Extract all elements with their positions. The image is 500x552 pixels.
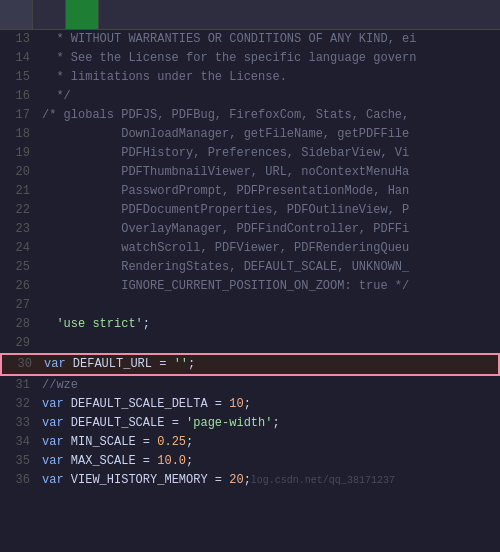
line-number: 35: [0, 452, 38, 471]
line-number: 23: [0, 220, 38, 239]
line-number: 33: [0, 414, 38, 433]
line-number: 14: [0, 49, 38, 68]
code-line-31: 31 //wze: [0, 376, 500, 395]
line-content: var MAX_SCALE = 10.0;: [38, 452, 193, 471]
code-line-16: 16 */: [0, 87, 500, 106]
line-content: PDFHistory, Preferences, SidebarView, Vi: [38, 144, 409, 163]
line-content: var VIEW_HISTORY_MEMORY = 20;log.csdn.ne…: [38, 471, 395, 490]
line-content: var DEFAULT_SCALE_DELTA = 10;: [38, 395, 251, 414]
line-content: PDFThumbnailViewer, URL, noContextMenuHa: [38, 163, 409, 182]
code-line-19: 19 PDFHistory, Preferences, SidebarView,…: [0, 144, 500, 163]
line-content: RenderingStates, DEFAULT_SCALE, UNKNOWN_: [38, 258, 409, 277]
line-number: 16: [0, 87, 38, 106]
line-number: 22: [0, 201, 38, 220]
line-number: 20: [0, 163, 38, 182]
code-line-36: 36 var VIEW_HISTORY_MEMORY = 20;log.csdn…: [0, 471, 500, 490]
line-number: 15: [0, 68, 38, 87]
line-content: 'use strict';: [38, 315, 150, 334]
line-number: 17: [0, 106, 38, 125]
line-number: 31: [0, 376, 38, 395]
code-line-22: 22 PDFDocumentProperties, PDFOutlineView…: [0, 201, 500, 220]
line-content: DownloadManager, getFileName, getPDFFile: [38, 125, 409, 144]
line-number: 13: [0, 30, 38, 49]
line-number: 34: [0, 433, 38, 452]
line-content: var DEFAULT_SCALE = 'page-width';: [38, 414, 280, 433]
line-content: [38, 296, 49, 315]
line-content: watchScroll, PDFViewer, PDFRenderingQueu: [38, 239, 409, 258]
line-number: 18: [0, 125, 38, 144]
line-number: 32: [0, 395, 38, 414]
code-line-25: 25 RenderingStates, DEFAULT_SCALE, UNKNO…: [0, 258, 500, 277]
line-content: OverlayManager, PDFFindController, PDFFi: [38, 220, 409, 239]
code-line-26: 26 IGNORE_CURRENT_POSITION_ON_ZOOM: true…: [0, 277, 500, 296]
line-content: PDFDocumentProperties, PDFOutlineView, P: [38, 201, 409, 220]
line-content: * WITHOUT WARRANTIES OR CONDITIONS OF AN…: [38, 30, 416, 49]
code-line-30: 30 var DEFAULT_URL = '';: [0, 353, 500, 376]
tab-viewerjs[interactable]: [66, 0, 99, 29]
tab-pdfjs[interactable]: [33, 0, 66, 29]
code-line-35: 35 var MAX_SCALE = 10.0;: [0, 452, 500, 471]
code-line-13: 13 * WITHOUT WARRANTIES OR CONDITIONS OF…: [0, 30, 500, 49]
code-line-15: 15 * limitations under the License.: [0, 68, 500, 87]
line-number: 27: [0, 296, 38, 315]
line-content: [38, 334, 49, 353]
line-number: 25: [0, 258, 38, 277]
code-line-34: 34 var MIN_SCALE = 0.25;: [0, 433, 500, 452]
code-line-29: 29: [0, 334, 500, 353]
line-content: var MIN_SCALE = 0.25;: [38, 433, 193, 452]
line-number: 36: [0, 471, 38, 490]
line-number: 30: [2, 355, 40, 374]
code-line-23: 23 OverlayManager, PDFFindController, PD…: [0, 220, 500, 239]
code-line-27: 27: [0, 296, 500, 315]
code-line-20: 20 PDFThumbnailViewer, URL, noContextMen…: [0, 163, 500, 182]
line-number: 24: [0, 239, 38, 258]
code-line-32: 32 var DEFAULT_SCALE_DELTA = 10;: [0, 395, 500, 414]
line-number: 21: [0, 182, 38, 201]
line-content: var DEFAULT_URL = '';: [40, 355, 195, 374]
code-line-21: 21 PasswordPrompt, PDFPresentationMode, …: [0, 182, 500, 201]
code-line-18: 18 DownloadManager, getFileName, getPDFF…: [0, 125, 500, 144]
code-line-28: 28 'use strict';: [0, 315, 500, 334]
code-line-17: 17 /* globals PDFJS, PDFBug, FirefoxCom,…: [0, 106, 500, 125]
line-number: 26: [0, 277, 38, 296]
tab-bar: [0, 0, 500, 30]
code-area: 13 * WITHOUT WARRANTIES OR CONDITIONS OF…: [0, 30, 500, 552]
code-line-14: 14 * See the License for the specific la…: [0, 49, 500, 68]
code-line-24: 24 watchScroll, PDFViewer, PDFRenderingQ…: [0, 239, 500, 258]
line-content: /* globals PDFJS, PDFBug, FirefoxCom, St…: [38, 106, 409, 125]
line-content: //wze: [38, 376, 78, 395]
line-content: */: [38, 87, 71, 106]
line-content: PasswordPrompt, PDFPresentationMode, Han: [38, 182, 409, 201]
code-line-33: 33 var DEFAULT_SCALE = 'page-width';: [0, 414, 500, 433]
line-number: 28: [0, 315, 38, 334]
line-number: 19: [0, 144, 38, 163]
line-content: * limitations under the License.: [38, 68, 287, 87]
line-number: 29: [0, 334, 38, 353]
line-content: * See the License for the specific langu…: [38, 49, 416, 68]
tab-1111html[interactable]: [0, 0, 33, 29]
line-content: IGNORE_CURRENT_POSITION_ON_ZOOM: true */: [38, 277, 409, 296]
